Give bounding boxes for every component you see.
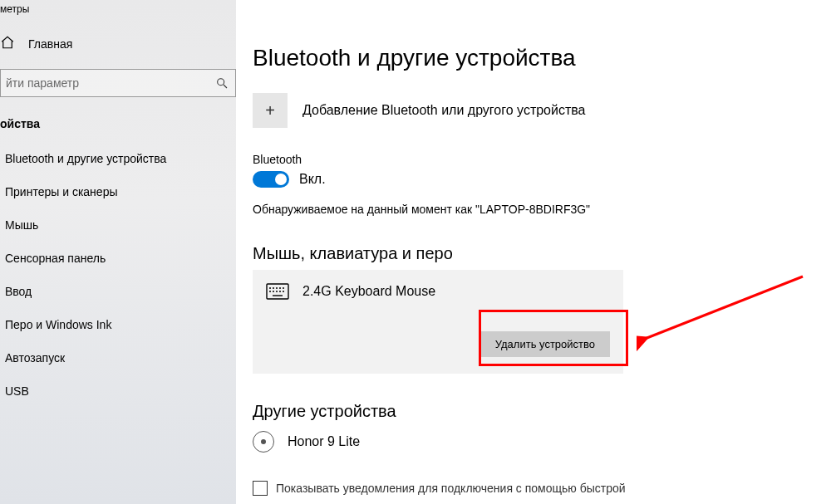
sidebar-item-mouse[interactable]: Мышь xyxy=(0,208,236,242)
device-name: Honor 9 Lite xyxy=(288,434,360,449)
remove-device-button[interactable]: Удалить устройство xyxy=(480,331,610,357)
checkbox-icon[interactable] xyxy=(253,481,268,496)
notifications-checkbox-row[interactable]: Показывать уведомления для подключения с… xyxy=(253,481,836,496)
sidebar-item-bluetooth[interactable]: Bluetooth и другие устройства xyxy=(0,142,236,175)
svg-line-1 xyxy=(224,85,227,88)
plus-icon: + xyxy=(265,101,275,120)
section-other-heading: Другие устройства xyxy=(253,402,836,421)
home-label: Главная xyxy=(28,37,72,51)
svg-point-0 xyxy=(218,79,224,86)
sidebar-item-autoplay[interactable]: Автозапуск xyxy=(0,341,236,374)
bluetooth-label: Bluetooth xyxy=(253,153,836,166)
disc-icon xyxy=(253,431,274,453)
device-row-honor[interactable]: Honor 9 Lite xyxy=(253,431,836,453)
settings-sidebar: метры Главная ойства Bluetooth и другие … xyxy=(0,0,236,504)
search-input[interactable] xyxy=(6,76,215,90)
sidebar-section-header: ойства xyxy=(0,109,236,142)
device-card-keyboard[interactable]: 2.4G Keyboard Mouse Удалить устройство xyxy=(253,270,623,374)
sidebar-item-touchpad[interactable]: Сенсорная панель xyxy=(0,242,236,275)
keyboard-icon xyxy=(266,283,289,300)
add-device-label: Добавление Bluetooth или другого устройс… xyxy=(302,103,586,118)
discoverable-text: Обнаруживаемое на данный момент как "LAP… xyxy=(253,203,836,216)
home-icon xyxy=(0,35,15,52)
window-title: метры xyxy=(0,0,236,27)
sidebar-item-printers[interactable]: Принтеры и сканеры xyxy=(0,175,236,208)
sidebar-item-pen[interactable]: Перо и Windows Ink xyxy=(0,308,236,341)
page-title: Bluetooth и другие устройства xyxy=(253,45,836,71)
toggle-state-label: Вкл. xyxy=(299,172,326,187)
sidebar-item-usb[interactable]: USB xyxy=(0,374,236,408)
home-nav[interactable]: Главная xyxy=(0,27,236,61)
sidebar-item-typing[interactable]: Ввод xyxy=(0,275,236,308)
search-input-wrap[interactable] xyxy=(0,69,236,97)
add-device-row[interactable]: + Добавление Bluetooth или другого устро… xyxy=(253,93,836,128)
search-icon xyxy=(215,76,229,90)
device-name: 2.4G Keyboard Mouse xyxy=(302,284,435,299)
notifications-label: Показывать уведомления для подключения с… xyxy=(276,482,626,495)
bluetooth-toggle[interactable] xyxy=(253,171,289,188)
add-device-button[interactable]: + xyxy=(253,93,288,128)
section-input-heading: Мышь, клавиатура и перо xyxy=(253,244,836,263)
main-panel: Bluetooth и другие устройства + Добавлен… xyxy=(236,0,836,504)
